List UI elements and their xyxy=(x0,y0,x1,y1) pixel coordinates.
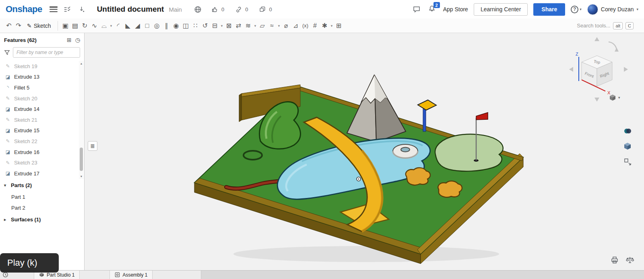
chevron-down-icon[interactable]: ▾ xyxy=(220,24,224,28)
app-window: Onshape Untitled document Main 0 0 xyxy=(0,0,644,279)
tree-toggle-button[interactable]: ≣ xyxy=(88,141,97,151)
surfaces-section-header[interactable]: ▸ Surfaces (1) xyxy=(0,213,84,226)
tab-assembly[interactable]: Assembly 1 xyxy=(109,271,153,279)
links-group[interactable]: 0 xyxy=(234,4,248,14)
parts-section-header[interactable]: ▾ Parts (2) xyxy=(0,179,84,192)
share-button[interactable]: Share xyxy=(533,3,565,16)
feature-item-label: Extrude 13 xyxy=(14,74,39,80)
feature-item[interactable]: ✎ Sketch 23 xyxy=(0,157,78,168)
appearance-tool-icon[interactable] xyxy=(622,126,633,136)
part-studio-icon xyxy=(39,272,44,277)
chevron-down-icon[interactable]: ▾ xyxy=(277,24,281,28)
circular-pattern-icon[interactable]: ↺ xyxy=(200,21,210,31)
hole-icon[interactable]: ◎ xyxy=(152,21,162,31)
explode-view-tool-icon[interactable] xyxy=(622,156,633,167)
feature-list-scrollbar[interactable]: ▲ ▼ xyxy=(79,61,84,179)
revolve-icon[interactable]: ↻ xyxy=(80,21,90,31)
move-face-icon[interactable]: ⇄ xyxy=(234,21,244,31)
sketch-button[interactable]: ✎ Sketch xyxy=(23,21,55,31)
video-play-overlay[interactable]: Play (k) xyxy=(0,253,59,273)
measure-icon[interactable]: ⌀ xyxy=(281,21,291,31)
linear-pattern-icon[interactable]: ∷ xyxy=(191,21,200,31)
scrollbar-track[interactable] xyxy=(79,66,84,174)
offset-surface-icon[interactable]: ≋ xyxy=(244,21,253,31)
app-store-link[interactable]: App Store xyxy=(443,6,468,12)
feature-item[interactable]: ◪ Extrude 13 xyxy=(0,72,78,83)
scroll-up-icon[interactable]: ▲ xyxy=(80,61,83,66)
rib-icon[interactable]: ∥ xyxy=(162,21,171,31)
part-item[interactable]: Part 1 xyxy=(0,192,84,202)
chamfer-icon[interactable]: ◣ xyxy=(123,21,133,31)
notifications-bell[interactable]: 2 xyxy=(427,4,438,15)
chevron-down-icon[interactable]: ▾ xyxy=(253,24,258,28)
feature-item[interactable]: ✎ Sketch 19 xyxy=(0,61,78,72)
delete-face-icon[interactable]: ⊠ xyxy=(224,21,234,31)
loft-icon[interactable]: ⌓ xyxy=(99,21,109,31)
scrollbar-thumb[interactable] xyxy=(80,148,83,171)
undo-icon[interactable]: ↶ xyxy=(4,21,14,31)
filter-icon[interactable] xyxy=(4,50,10,56)
feature-item-label: Sketch 20 xyxy=(14,96,37,102)
model-canvas[interactable] xyxy=(85,33,644,270)
boolean-icon[interactable]: ◉ xyxy=(171,21,181,31)
section-view-tool-icon[interactable] xyxy=(622,141,633,152)
split-icon[interactable]: ◫ xyxy=(181,21,191,31)
feature-item[interactable]: ◝ Fillet 5 xyxy=(0,82,78,93)
extrude-icon[interactable]: ▤ xyxy=(70,21,80,31)
sand-trap-2 xyxy=(438,181,462,197)
extrude-icon: ◪ xyxy=(5,106,11,112)
shell-icon[interactable]: □ xyxy=(142,21,152,31)
globe-icon[interactable] xyxy=(193,4,203,14)
helix-icon[interactable]: ≈ xyxy=(267,21,277,31)
comment-icon[interactable] xyxy=(412,4,421,14)
draft-icon[interactable]: ◢ xyxy=(133,21,142,31)
learning-center-button[interactable]: Learning Center xyxy=(474,3,528,16)
tab-part-studio-label: Part Studio 1 xyxy=(47,272,74,278)
feature-item[interactable]: ◪ Extrude 14 xyxy=(0,104,78,115)
plane-icon[interactable]: ▱ xyxy=(258,21,267,31)
zoom-fit-icon[interactable]: ⊞ xyxy=(334,21,344,31)
mass-properties-icon[interactable]: ⊿ xyxy=(291,21,301,31)
redo-icon[interactable]: ↷ xyxy=(14,21,23,31)
sweep-icon[interactable]: ∿ xyxy=(90,21,99,31)
insert-feature-icon[interactable]: ⊞ xyxy=(67,37,72,43)
part-item[interactable]: Part 2 xyxy=(0,202,84,213)
view-options-button[interactable]: ▾ xyxy=(609,94,620,102)
account-menu[interactable]: Corey Duzan ▾ xyxy=(587,4,638,15)
variable-icon[interactable]: (x) xyxy=(301,21,310,31)
view-cube[interactable]: Top Front Right Z X xyxy=(567,35,631,103)
custom-feature-icon[interactable]: ✱ xyxy=(320,21,330,31)
likes-group[interactable]: 0 xyxy=(210,4,224,14)
import-icon[interactable] xyxy=(77,4,87,14)
graphics-viewport[interactable]: Top Front Right Z X ▾ xyxy=(85,33,644,270)
sketch-icon: ✎ xyxy=(5,138,11,144)
sketch-icon: ✎ xyxy=(5,117,11,123)
workspace-label[interactable]: Main xyxy=(169,6,182,13)
chevron-down-icon[interactable]: ▾ xyxy=(109,24,114,28)
feature-item[interactable]: ◪ Extrude 17 xyxy=(0,168,78,179)
feature-item[interactable]: ◪ Extrude 15 xyxy=(0,125,78,136)
parts-header-label: Parts (2) xyxy=(11,182,32,188)
mirror-icon[interactable]: ⊟ xyxy=(210,21,220,31)
feature-item[interactable]: ✎ Sketch 20 xyxy=(0,93,78,104)
menu-icon[interactable] xyxy=(50,6,58,12)
units-scale-icon[interactable] xyxy=(625,256,634,264)
viewport-bottom-icons xyxy=(610,256,634,264)
feature-item[interactable]: ✎ Sketch 21 xyxy=(0,115,78,125)
frame-icon[interactable]: # xyxy=(310,21,320,31)
rollback-icon[interactable]: ◷ xyxy=(75,37,80,43)
chevron-down-icon[interactable]: ▾ xyxy=(330,24,334,28)
search-tools[interactable]: Search tools... alt C xyxy=(577,22,634,29)
copy-icon[interactable]: ▣ xyxy=(61,21,70,31)
document-list-icon[interactable] xyxy=(62,4,72,14)
document-title[interactable]: Untitled document xyxy=(97,5,164,14)
export-group[interactable]: 0 xyxy=(258,4,272,14)
feature-item[interactable]: ✎ Sketch 22 xyxy=(0,136,78,147)
help-menu[interactable]: ? ▾ xyxy=(571,6,582,13)
scroll-down-icon[interactable]: ▼ xyxy=(80,174,83,179)
filter-input[interactable] xyxy=(13,47,80,58)
feature-item[interactable]: ◪ Extrude 16 xyxy=(0,147,78,158)
onshape-logo[interactable]: Onshape xyxy=(6,4,42,15)
print-icon[interactable] xyxy=(610,256,619,264)
fillet-icon[interactable]: ◜ xyxy=(114,21,123,31)
